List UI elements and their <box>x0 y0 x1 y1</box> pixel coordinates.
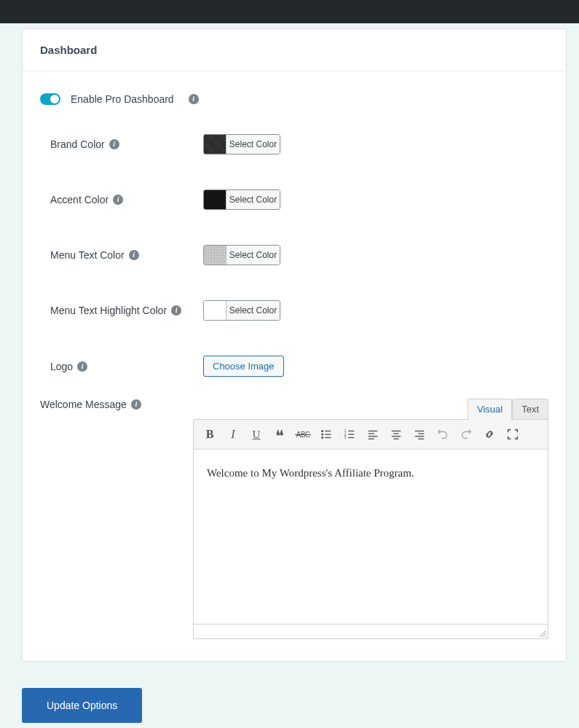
info-icon[interactable]: i <box>171 305 181 316</box>
tab-visual[interactable]: Visual <box>468 399 512 420</box>
undo-icon[interactable] <box>433 426 453 443</box>
align-left-icon[interactable] <box>363 426 383 443</box>
editor-content[interactable]: Welcome to My Wordpress's Affiliate Prog… <box>193 450 548 625</box>
numbered-list-icon[interactable]: 123 <box>339 426 360 443</box>
admin-topbar <box>0 0 579 23</box>
fullscreen-icon[interactable] <box>503 426 523 443</box>
menu-highlight-color-swatch <box>204 301 227 320</box>
menu-text-color-swatch <box>204 246 227 265</box>
info-icon[interactable]: i <box>189 94 199 104</box>
editor-toolbar: B I U ❝ ABC 123 <box>193 419 548 450</box>
enable-pro-dashboard-toggle[interactable] <box>40 93 60 105</box>
resize-handle-icon[interactable] <box>538 629 547 638</box>
tab-text[interactable]: Text <box>512 399 548 420</box>
enable-pro-dashboard-label: Enable Pro Dashboard <box>71 93 174 105</box>
dashboard-panel: Dashboard Enable Pro Dashboard i Brand C… <box>22 28 567 662</box>
update-options-button[interactable]: Update Options <box>22 688 142 723</box>
info-icon[interactable]: i <box>129 250 139 260</box>
accent-color-picker[interactable]: Select Color <box>203 189 280 210</box>
accent-color-label: Accent Color <box>50 194 109 206</box>
svg-text:3: 3 <box>344 436 347 439</box>
align-center-icon[interactable] <box>386 426 406 443</box>
svg-line-26 <box>545 636 546 637</box>
svg-point-4 <box>322 437 323 439</box>
menu-text-color-label: Menu Text Color <box>50 249 125 261</box>
bullet-list-icon[interactable] <box>316 426 336 443</box>
bold-icon[interactable]: B <box>200 426 220 443</box>
redo-icon[interactable] <box>456 426 476 443</box>
strikethrough-icon[interactable]: ABC <box>293 426 313 443</box>
choose-image-button[interactable]: Choose Image <box>203 356 284 377</box>
accent-color-swatch <box>204 190 227 209</box>
svg-point-0 <box>322 431 323 432</box>
menu-highlight-color-picker[interactable]: Select Color <box>203 300 280 321</box>
svg-point-2 <box>322 434 323 435</box>
logo-label: Logo <box>50 361 73 372</box>
info-icon[interactable]: i <box>131 399 141 410</box>
menu-text-color-select-button[interactable]: Select Color <box>227 246 280 265</box>
underline-icon[interactable]: U <box>246 426 267 443</box>
blockquote-icon[interactable]: ❝ <box>269 426 290 443</box>
svg-line-24 <box>540 630 546 637</box>
link-icon[interactable] <box>479 426 500 443</box>
panel-title: Dashboard <box>23 29 566 71</box>
info-icon[interactable]: i <box>109 139 119 149</box>
italic-icon[interactable]: I <box>223 426 243 443</box>
info-icon[interactable]: i <box>113 195 123 205</box>
menu-highlight-color-select-button[interactable]: Select Color <box>227 301 280 320</box>
brand-color-select-button[interactable]: Select Color <box>227 135 280 154</box>
brand-color-picker[interactable]: Select Color <box>203 134 280 154</box>
menu-highlight-color-label: Menu Text Highlight Color <box>50 305 167 316</box>
brand-color-swatch <box>204 135 227 154</box>
align-right-icon[interactable] <box>409 426 430 443</box>
info-icon[interactable]: i <box>77 361 87 372</box>
welcome-message-label: Welcome Message <box>40 399 127 410</box>
editor-statusbar <box>193 625 548 639</box>
brand-color-label: Brand Color <box>50 138 105 150</box>
menu-text-color-picker[interactable]: Select Color <box>203 245 280 265</box>
accent-color-select-button[interactable]: Select Color <box>227 190 280 209</box>
